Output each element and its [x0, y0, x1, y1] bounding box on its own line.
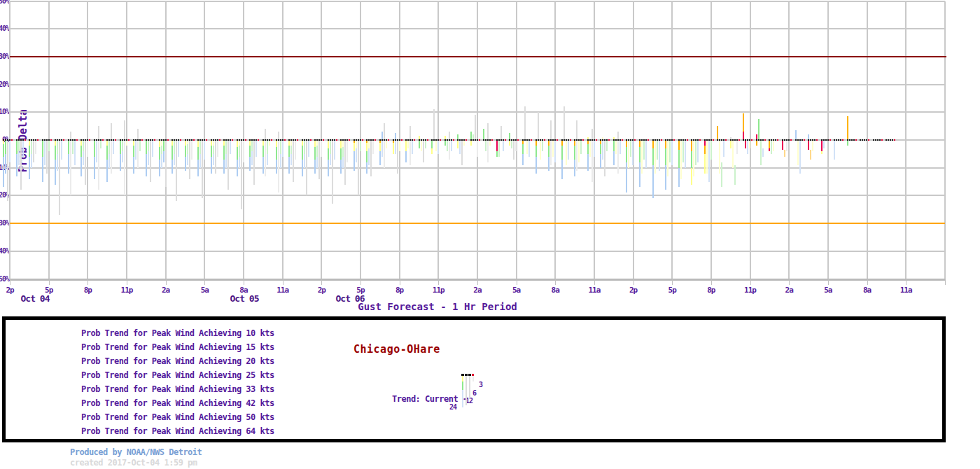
bar-segment	[433, 109, 435, 140]
x-tick-label: 11a	[892, 286, 920, 295]
bar-segment	[600, 144, 601, 154]
zero-cap	[834, 139, 835, 141]
bar-segment	[137, 140, 139, 168]
ref-line-minus30	[10, 223, 945, 224]
bar-segment	[366, 143, 368, 151]
x-tick-label: 2a	[152, 286, 180, 295]
x-tick-mark	[321, 279, 322, 285]
legend-item-label: Prob Trend for Peak Wind Achieving 10 kt…	[81, 328, 274, 338]
zero-cap-current	[102, 139, 104, 141]
credit-produced-by: Produced by NOAA/NWS Detroit	[70, 447, 202, 457]
bar-segment	[821, 151, 822, 154]
trend-bar-segment	[469, 376, 470, 398]
bar-segment	[566, 140, 567, 165]
zero-cap	[342, 139, 344, 141]
zero-cap	[61, 139, 62, 141]
zero-cap-current	[414, 139, 415, 141]
bar-segment	[536, 140, 537, 146]
y-tick-label: 50%	[0, 0, 9, 5]
trend-hour-label: 6	[472, 389, 476, 397]
x-tick-mark	[10, 279, 10, 285]
bar-segment	[366, 151, 368, 162]
bar-segment	[384, 140, 385, 168]
bar-segment	[652, 148, 654, 165]
zero-cap	[540, 139, 541, 141]
bar-segment	[589, 140, 591, 157]
bar-segment	[225, 140, 227, 154]
bar-segment	[457, 140, 458, 148]
bar-segment	[148, 140, 149, 151]
bar-segment	[159, 140, 160, 147]
zero-cap	[108, 139, 110, 141]
bar-segment	[213, 140, 214, 146]
trend-hour-label: 24	[449, 403, 456, 411]
bar-segment	[762, 148, 764, 157]
zero-cap	[542, 139, 543, 141]
x-tick-mark	[867, 279, 868, 285]
bar-segment	[204, 140, 205, 160]
zero-cap	[423, 139, 424, 141]
zero-cap-current	[232, 139, 233, 141]
bar-segment	[100, 140, 102, 148]
bar-segment	[267, 154, 268, 165]
bar-segment	[580, 140, 582, 154]
zero-cap	[665, 139, 666, 141]
bar-segment	[253, 140, 255, 185]
bar-segment	[550, 140, 552, 165]
bar-segment	[249, 157, 251, 171]
zero-cap-current	[881, 139, 883, 141]
x-tick-label: 5a	[814, 286, 842, 295]
bar-segment	[146, 140, 147, 154]
zero-cap	[438, 139, 439, 141]
zero-cap-current	[855, 139, 857, 141]
zero-cap	[836, 139, 837, 141]
bar-segment	[615, 140, 617, 154]
bar-segment	[685, 140, 686, 168]
bar-segment	[185, 157, 186, 171]
bar-segment	[578, 140, 580, 162]
zero-cap	[827, 139, 829, 141]
zero-cap-current	[219, 139, 220, 141]
bar-segment	[447, 140, 448, 151]
zero-cap	[5, 139, 6, 141]
zero-cap	[886, 139, 887, 141]
zero-cap-current	[661, 139, 662, 141]
bar-segment	[756, 140, 757, 146]
zero-cap	[775, 139, 776, 141]
bar-segment	[314, 140, 316, 147]
zero-cap	[743, 139, 744, 141]
zero-cap	[758, 139, 760, 141]
zero-cap	[431, 139, 433, 141]
zero-cap	[568, 139, 569, 141]
y-tick-label: -30%	[0, 219, 9, 227]
zero-cap	[587, 139, 589, 141]
bar-segment	[290, 146, 292, 154]
bar-segment	[18, 140, 20, 151]
zero-cap	[680, 139, 682, 141]
zero-cap	[223, 139, 225, 141]
bar-segment	[269, 140, 270, 146]
bar-segment	[55, 140, 56, 146]
zero-cap	[241, 139, 242, 141]
bar-segment	[487, 123, 489, 140]
zero-cap	[126, 139, 127, 141]
x-tick-label: 2a	[775, 286, 803, 295]
x-tick-mark	[360, 279, 361, 285]
zero-cap	[526, 139, 528, 141]
bar-segment	[330, 154, 331, 165]
x-tick-label: 11p	[424, 286, 452, 295]
bar-segment	[564, 106, 565, 140]
trend-key-icon: 361224	[454, 372, 496, 414]
zero-cap	[395, 139, 396, 141]
bar-segment	[552, 140, 554, 157]
zero-cap	[600, 139, 601, 141]
trend-bar-segment	[472, 376, 474, 382]
v-gridline	[944, 1, 946, 279]
zero-cap-current	[699, 139, 701, 141]
zero-cap	[204, 139, 205, 141]
zero-cap-current	[453, 139, 454, 141]
zero-cap	[161, 139, 162, 141]
bar-segment	[397, 140, 398, 174]
bar-segment	[538, 112, 539, 140]
bar-segment	[111, 140, 112, 174]
